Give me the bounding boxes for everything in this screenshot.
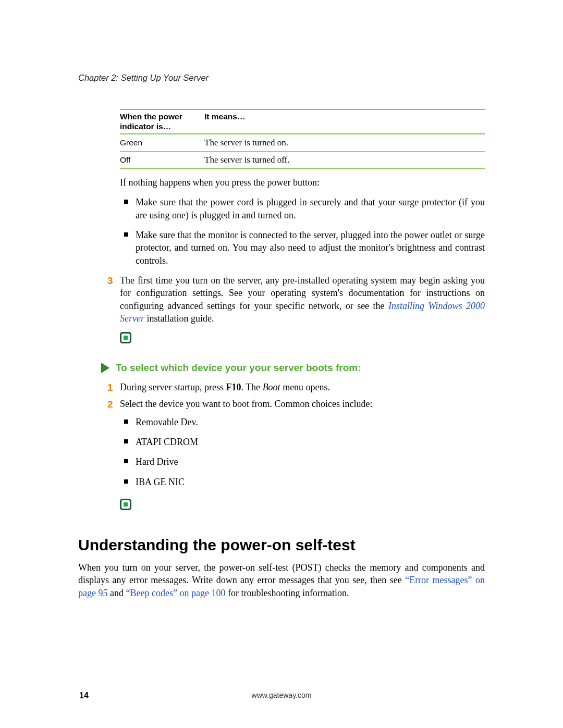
beep-codes-link[interactable]: “Beep codes” on page 100 (126, 588, 225, 598)
key-f10: F10 (226, 382, 241, 392)
table-header-col1-line1: When the power (120, 112, 182, 121)
chapter-header: Chapter 2: Setting Up Your Server (78, 73, 485, 83)
table-cell: The server is turned off. (204, 152, 485, 169)
list-item: Hard Drive (136, 455, 485, 468)
procedure-heading: To select which device your your server … (101, 362, 485, 374)
intro-paragraph: If nothing happens when you press the po… (120, 176, 485, 189)
proc-step-2: 2 Select the device you want to boot fro… (120, 398, 485, 410)
table-header-col1: When the power indicator is… (120, 109, 204, 134)
step-text: menu opens. (280, 382, 330, 392)
table-header-col2: It means… (204, 109, 485, 134)
end-of-topic-icon (120, 499, 131, 510)
boot-choice-list: Removable Dev. ATAPI CDROM Hard Drive IB… (120, 416, 485, 488)
step-number: 1 (107, 381, 113, 394)
step-number: 2 (107, 398, 113, 411)
list-item: ATAPI CDROM (136, 436, 485, 448)
table-cell: Green (120, 134, 204, 152)
table-cell: The server is turned on. (204, 134, 485, 152)
list-item: IBA GE NIC (136, 476, 485, 488)
list-item: Make sure that the power cord is plugged… (136, 196, 485, 221)
list-item: Removable Dev. (136, 416, 485, 428)
post-post: for troubleshooting information. (225, 588, 349, 598)
troubleshoot-list: Make sure that the power cord is plugged… (120, 196, 485, 266)
step-number: 3 (107, 274, 113, 288)
step-text-post: installation guide. (144, 313, 214, 324)
step-text: . The (241, 382, 262, 392)
step-text: During server startup, press (120, 382, 226, 392)
proc-step-1: 1 During server startup, press F10. The … (120, 381, 485, 393)
table-cell: Off (120, 152, 204, 169)
list-item: Make sure that the monitor is connected … (136, 229, 485, 267)
post-mid: and (107, 588, 126, 598)
power-indicator-table: When the power indicator is… It means… G… (120, 109, 485, 169)
arrow-icon (101, 363, 109, 373)
section-heading: Understanding the power-on self-test (78, 536, 485, 554)
step-text: Select the device you want to boot from.… (120, 399, 372, 409)
end-of-topic-icon (120, 332, 131, 343)
step-3: 3 The first time you turn on the server,… (120, 274, 485, 325)
page-number: 14 (79, 691, 89, 700)
procedure-title: To select which device your your server … (116, 362, 361, 373)
post-paragraph: When you turn on your server, the power-… (78, 561, 485, 599)
boot-menu-name: Boot (263, 382, 280, 392)
table-header-col1-line2: indicator is… (120, 122, 171, 131)
table-row: Green The server is turned on. (120, 134, 485, 152)
table-row: Off The server is turned off. (120, 152, 485, 169)
